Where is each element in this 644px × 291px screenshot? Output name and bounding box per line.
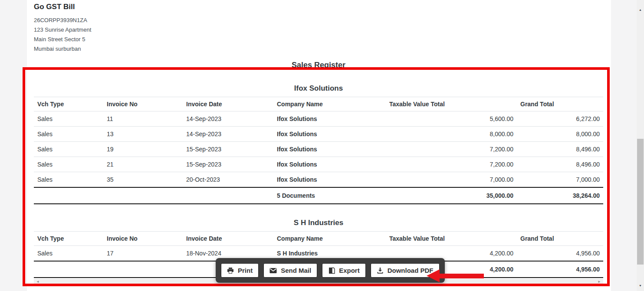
cell-invoice-date: 20-Oct-2023: [183, 172, 273, 188]
column-header: Invoice No: [103, 232, 183, 246]
report-content: Go GST Bill 26CORPP3939N1ZA 123 Sunrise …: [34, 1, 603, 278]
cell-invoice-date: 15-Sep-2023: [183, 142, 273, 157]
scroll-up-icon[interactable]: ▲: [637, 6, 644, 13]
send-mail-label: Send Mail: [281, 267, 311, 274]
table-row: Sales1314-Sep-2023Ifox Solutions8,000.00…: [34, 127, 603, 142]
business-gstin: 26CORPP3939N1ZA: [34, 16, 603, 25]
column-header: Grand Total: [517, 97, 603, 111]
cell-vch-type: Sales: [34, 111, 103, 127]
vertical-scrollbar[interactable]: ▲ ▼: [637, 0, 644, 291]
cell-grand-total: 7,000.00: [517, 172, 603, 188]
cell-invoice-no: 21: [103, 157, 183, 172]
address-line-1: 123 Sunrise Apartment: [34, 25, 603, 35]
report-section: Ifox Solutions Vch TypeInvoice NoInvoice…: [34, 84, 603, 204]
cell-taxable-value-total: 7,200.00: [386, 142, 517, 157]
address-line-3: Mumbai surburban: [34, 44, 603, 54]
column-header: Grand Total: [517, 232, 603, 246]
cell-company-name: Ifox Solutions: [273, 111, 386, 127]
cell-company-name: Ifox Solutions: [273, 172, 386, 188]
export-label: Export: [339, 267, 360, 274]
cell-vch-type: Sales: [34, 246, 103, 262]
column-header: Taxable Value Total: [386, 97, 517, 111]
cell-invoice-no: 19: [103, 142, 183, 157]
column-header: Company Name: [273, 232, 386, 246]
table-row: Sales2115-Sep-2023Ifox Solutions7,200.00…: [34, 157, 603, 172]
address-line-2: Main Street Sector 5: [34, 35, 603, 44]
scroll-left-icon[interactable]: ◄: [36, 280, 39, 284]
download-pdf-label: Download PDF: [388, 267, 434, 274]
section-title: Ifox Solutions: [34, 84, 603, 93]
cell-invoice-date: 14-Sep-2023: [183, 111, 273, 127]
cell-invoice-no: 11: [103, 111, 183, 127]
cell-taxable-value-total: 5,600.00: [386, 111, 517, 127]
totals-grand-total: 38,264.00: [517, 187, 603, 204]
cell-grand-total: 8,496.00: [517, 157, 603, 172]
table-header-row: Vch TypeInvoice NoInvoice DateCompany Na…: [34, 97, 603, 111]
column-header: Vch Type: [34, 97, 103, 111]
column-header: Invoice Date: [183, 97, 273, 111]
table-row: Sales1915-Sep-2023Ifox Solutions7,200.00…: [34, 142, 603, 157]
cell-invoice-no: 17: [103, 246, 183, 262]
cell-invoice-no: 13: [103, 127, 183, 142]
cell-invoice-no: 35: [103, 172, 183, 188]
cell-invoice-date: 15-Sep-2023: [183, 157, 273, 172]
cell-taxable-value-total: 7,200.00: [386, 157, 517, 172]
envelope-icon: [269, 268, 277, 274]
printer-icon: [227, 267, 234, 274]
totals-row: 5 Documents 35,000.00 38,264.00: [34, 187, 603, 204]
totals-taxable-value: 35,000.00: [386, 187, 517, 204]
column-header: Invoice No: [103, 97, 183, 111]
cell-grand-total: 4,956.00: [517, 246, 603, 262]
cell-invoice-date: 14-Sep-2023: [183, 127, 273, 142]
column-header: Taxable Value Total: [386, 232, 517, 246]
cell-company-name: Ifox Solutions: [273, 127, 386, 142]
column-header: Invoice Date: [183, 232, 273, 246]
report-paper: Go GST Bill 26CORPP3939N1ZA 123 Sunrise …: [27, 0, 611, 291]
report-table: Vch TypeInvoice NoInvoice DateCompany Na…: [34, 97, 603, 204]
send-mail-button[interactable]: Send Mail: [263, 263, 317, 278]
totals-documents: 5 Documents: [273, 187, 386, 204]
cell-vch-type: Sales: [34, 127, 103, 142]
report-action-toolbar: Print Send Mail Export Download PDF: [216, 258, 445, 283]
download-icon: [377, 267, 384, 274]
vertical-scrollbar-thumb[interactable]: [637, 139, 644, 265]
table-row: Sales3520-Oct-2023Ifox Solutions7,000.00…: [34, 172, 603, 188]
download-pdf-button[interactable]: Download PDF: [371, 263, 440, 278]
cell-company-name: Ifox Solutions: [273, 157, 386, 172]
totals-grand-total: 4,956.00: [517, 261, 603, 278]
business-name: Go GST Bill: [34, 3, 603, 11]
column-header: Vch Type: [34, 232, 103, 246]
report-title: Sales Register: [34, 61, 603, 70]
export-button[interactable]: Export: [322, 263, 366, 278]
cell-vch-type: Sales: [34, 142, 103, 157]
section-title: S H Industries: [34, 219, 603, 227]
cell-grand-total: 8,496.00: [517, 142, 603, 157]
export-copy-icon: [328, 267, 335, 274]
cell-vch-type: Sales: [34, 172, 103, 188]
table-header-row: Vch TypeInvoice NoInvoice DateCompany Na…: [34, 232, 603, 246]
cell-grand-total: 8,000.00: [517, 127, 603, 142]
cell-grand-total: 6,272.00: [517, 111, 603, 127]
report-sections: Ifox Solutions Vch TypeInvoice NoInvoice…: [34, 84, 603, 278]
cell-vch-type: Sales: [34, 157, 103, 172]
print-label: Print: [238, 267, 253, 274]
print-button[interactable]: Print: [221, 263, 259, 278]
table-row: Sales1114-Sep-2023Ifox Solutions5,600.00…: [34, 111, 603, 127]
scroll-right-icon[interactable]: ►: [598, 280, 601, 284]
scroll-down-icon[interactable]: ▼: [637, 282, 644, 289]
cell-company-name: Ifox Solutions: [273, 142, 386, 157]
cell-taxable-value-total: 7,000.00: [386, 172, 517, 188]
column-header: Company Name: [273, 97, 386, 111]
cell-taxable-value-total: 8,000.00: [386, 127, 517, 142]
